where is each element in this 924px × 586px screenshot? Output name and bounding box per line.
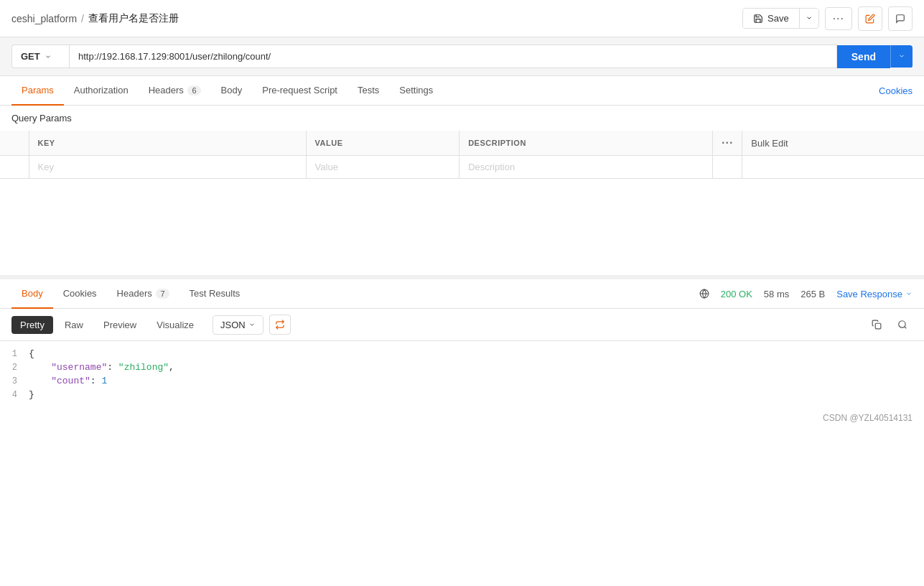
row-value-cell[interactable]: Value — [306, 156, 459, 179]
tab-tests[interactable]: Tests — [347, 76, 389, 106]
tab-body[interactable]: Body — [211, 76, 253, 106]
url-input[interactable] — [69, 45, 837, 68]
format-chevron-icon — [248, 321, 256, 328]
headers-badge: 6 — [187, 85, 200, 96]
cookies-link[interactable]: Cookies — [879, 77, 913, 105]
save-icon — [753, 14, 763, 24]
tab-headers[interactable]: Headers 6 — [139, 76, 211, 106]
copy-button[interactable] — [867, 315, 887, 335]
line-number-4: 4 — [0, 390, 29, 400]
query-params-title: Query Params — [0, 106, 924, 131]
json-value-username: "zhilong" — [118, 362, 169, 373]
save-dropdown-button[interactable] — [799, 9, 818, 28]
send-chevron-icon — [898, 52, 905, 60]
collection-name: ceshi_platform — [11, 13, 77, 24]
line-number-1: 1 — [0, 349, 29, 359]
th-key: KEY — [29, 131, 306, 156]
svg-rect-2 — [875, 323, 881, 329]
app-container: ceshi_platform / 查看用户名是否注册 Save ··· — [0, 0, 924, 586]
edit-button[interactable] — [858, 6, 882, 31]
tab-tests-label: Tests — [358, 85, 379, 96]
th-checkbox — [0, 131, 29, 156]
code-content-3: "count": 1 — [29, 376, 107, 386]
send-button[interactable]: Send — [837, 45, 890, 68]
row-key-cell[interactable]: Key — [29, 156, 306, 179]
response-tab-test-results-label: Test Results — [190, 288, 241, 299]
save-response-label: Save Response — [836, 289, 902, 299]
send-button-group: Send — [837, 45, 913, 68]
method-selector[interactable]: GET — [11, 45, 69, 68]
tab-body-label: Body — [221, 85, 243, 96]
chevron-down-icon — [806, 14, 813, 22]
code-line-1: 1 { — [0, 347, 924, 361]
response-tab-cookies[interactable]: Cookies — [53, 279, 107, 309]
response-body: 1 { 2 "username": "zhilong", 3 "count": … — [0, 341, 924, 407]
search-button[interactable] — [892, 315, 913, 335]
format-preview-label: Preview — [103, 320, 136, 330]
row-description-cell[interactable]: Description — [459, 156, 713, 179]
th-description: DESCRIPTION — [459, 131, 713, 156]
method-chevron-icon — [45, 53, 52, 60]
url-bar: GET Send — [0, 37, 924, 76]
response-tab-body-label: Body — [22, 288, 43, 299]
wrap-button[interactable] — [269, 315, 291, 335]
table-row: Key Value Description — [0, 156, 924, 179]
watermark: CSDN @YZL40514131 — [0, 407, 924, 429]
response-time: 58 ms — [764, 289, 789, 299]
request-name: 查看用户名是否注册 — [88, 12, 179, 25]
format-type-label: JSON — [220, 320, 246, 330]
format-preview[interactable]: Preview — [95, 316, 145, 334]
response-tab-cookies-label: Cookies — [63, 288, 97, 299]
code-line-2: 2 "username": "zhilong", — [0, 361, 924, 374]
format-visualize[interactable]: Visualize — [148, 316, 202, 334]
send-dropdown-button[interactable] — [890, 45, 913, 68]
save-label: Save — [767, 13, 789, 24]
search-icon — [897, 320, 907, 330]
response-tab-test-results[interactable]: Test Results — [179, 279, 251, 309]
tab-params-label: Params — [22, 85, 54, 96]
wrap-icon — [275, 320, 285, 330]
tab-headers-label: Headers — [149, 85, 184, 96]
row-more-cell — [713, 156, 742, 179]
save-response-chevron-icon — [905, 290, 913, 297]
save-button[interactable]: Save — [743, 9, 799, 28]
format-type-select[interactable]: JSON — [213, 315, 263, 335]
tab-settings[interactable]: Settings — [389, 76, 443, 106]
svg-point-3 — [899, 321, 905, 327]
breadcrumb-separator: / — [81, 13, 84, 24]
response-tab-headers[interactable]: Headers 7 — [107, 279, 179, 309]
response-tab-headers-label: Headers — [117, 288, 152, 299]
response-headers-badge: 7 — [156, 289, 169, 299]
breadcrumb: ceshi_platform / 查看用户名是否注册 — [11, 12, 179, 25]
params-empty-area — [0, 179, 924, 279]
response-size: 265 B — [801, 289, 825, 299]
save-button-group: Save — [742, 8, 819, 29]
response-status-bar: 200 OK 58 ms 265 B Save Response — [699, 289, 913, 299]
json-value-count: 1 — [101, 376, 107, 386]
row-checkbox-cell — [0, 156, 29, 179]
tab-prerequest[interactable]: Pre-request Script — [252, 76, 347, 106]
copy-icon — [872, 320, 882, 330]
edit-icon — [865, 14, 875, 24]
bulk-edit-button[interactable]: Bulk Edit — [751, 138, 788, 149]
line-number-2: 2 — [0, 363, 29, 373]
code-line-3: 3 "count": 1 — [0, 374, 924, 388]
code-content-1: { — [29, 348, 34, 359]
top-bar: ceshi_platform / 查看用户名是否注册 Save ··· — [0, 0, 924, 37]
code-content-2: "username": "zhilong", — [29, 362, 174, 373]
tab-authorization[interactable]: Authorization — [64, 76, 139, 106]
more-options-button[interactable]: ··· — [825, 7, 852, 30]
save-response-button[interactable]: Save Response — [836, 289, 913, 299]
response-section: Body Cookies Headers 7 Test Results 200 … — [0, 279, 924, 429]
comment-button[interactable] — [888, 6, 913, 31]
method-label: GET — [21, 51, 40, 62]
response-tab-body[interactable]: Body — [11, 279, 53, 309]
code-content-4: } — [29, 389, 34, 400]
tab-params[interactable]: Params — [11, 76, 64, 106]
response-toolbar-right — [867, 315, 913, 335]
format-visualize-label: Visualize — [157, 320, 194, 330]
format-raw[interactable]: Raw — [56, 316, 92, 334]
format-pretty[interactable]: Pretty — [11, 316, 53, 334]
response-toolbar: Pretty Raw Preview Visualize JSON — [0, 309, 924, 341]
top-bar-actions: Save ··· — [742, 6, 913, 31]
